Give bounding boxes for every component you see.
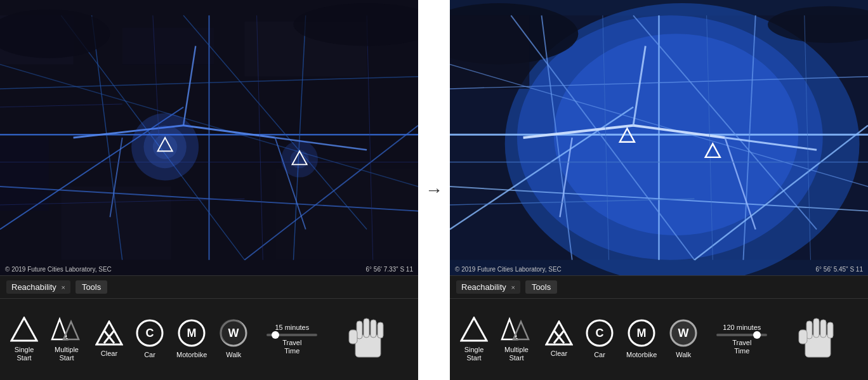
right-map-copyright: © 2019 Future Cities Laboratory, SEC [455,266,562,273]
left-multiple-start-label: MultipleStart [55,346,79,362]
svg-rect-110 [820,320,826,337]
left-panel: © 2019 Future Cities Laboratory, SEC 6° … [0,0,418,380]
left-motorbike-icon: M [178,319,206,347]
left-walk-label: Walk [226,351,241,359]
svg-text:M: M [637,327,647,339]
left-travel-time-value: 15 minutes [275,324,309,331]
right-walk-button[interactable]: W Walk [669,319,697,359]
right-travel-time-label: TravelTime [732,339,751,355]
left-clear-button[interactable]: Clear [95,320,123,358]
svg-marker-45 [96,322,122,344]
left-multiple-start-icon [51,317,82,342]
right-walk-label: Walk [676,351,691,359]
right-single-start-label: SingleStart [464,346,484,362]
svg-text:W: W [228,327,239,339]
left-single-start-label: SingleStart [15,346,34,362]
svg-rect-5 [275,168,418,260]
left-travel-time-control: 15 minutes TravelTime [266,324,317,355]
svg-rect-111 [827,322,833,338]
left-travel-time-slider[interactable] [266,334,317,336]
left-toolbar-tabs: Reachability × Tools [0,276,418,299]
right-travel-time-slider[interactable] [716,334,767,336]
left-travel-time-label: TravelTime [282,339,301,355]
right-toolbar-controls: SingleStart MultipleStart [450,299,868,380]
svg-point-34 [291,150,309,168]
left-map[interactable]: © 2019 Future Cities Laboratory, SEC 6° … [0,0,418,275]
svg-rect-112 [799,330,807,344]
right-single-start-icon [460,317,488,342]
left-map-copyright: © 2019 Future Cities Laboratory, SEC [5,266,112,273]
arrow-divider: → [418,0,450,380]
left-car-icon: C [136,319,164,347]
left-single-start-icon [10,317,38,342]
right-multiple-start-icon [501,317,532,342]
svg-rect-4 [0,138,49,211]
right-map[interactable]: © 2019 Future Cities Laboratory, SEC 6° … [450,0,868,275]
left-map-coords: 6° 56' 7.33" S 11 [365,266,413,273]
left-toolbar-controls: SingleStart MultipleStart [0,299,418,380]
right-car-label: Car [594,351,605,359]
right-multiple-start-label: MultipleStart [504,346,529,362]
left-car-label: Car [144,351,155,359]
svg-marker-98 [546,322,572,344]
left-multiple-start-button[interactable]: MultipleStart [51,317,82,362]
left-walk-icon: W [220,319,247,347]
left-hand-cursor [336,310,393,369]
right-car-button[interactable]: C Car [586,319,614,359]
right-toolbar-tabs: Reachability × Tools [450,276,868,299]
right-travel-time-control: 120 minutes TravelTime [716,324,767,355]
arrow-icon: → [425,180,443,200]
left-tab-close[interactable]: × [61,284,65,291]
svg-rect-2 [122,28,214,65]
right-panel: © 2019 Future Cities Laboratory, SEC 6° … [450,0,868,380]
left-tab-tools[interactable]: Tools [76,280,107,294]
svg-rect-6 [61,187,171,260]
svg-text:W: W [678,327,689,339]
right-car-icon: C [586,319,614,347]
left-clear-icon [95,320,123,346]
right-multiple-start-button[interactable]: MultipleStart [501,317,532,362]
right-tab-tools[interactable]: Tools [525,280,557,294]
svg-rect-109 [813,318,819,337]
right-hand-cursor [786,310,843,369]
svg-rect-57 [364,318,369,337]
svg-rect-58 [371,320,376,337]
left-tab-reachability[interactable]: Reachability × [6,280,70,294]
right-clear-label: Clear [551,350,567,358]
svg-text:C: C [596,327,604,339]
right-toolbar: Reachability × Tools SingleStart [450,275,868,380]
left-single-start-button[interactable]: SingleStart [10,317,38,362]
right-walk-icon: W [669,319,697,347]
right-clear-icon [545,320,573,346]
right-tab-reachability[interactable]: Reachability × [456,280,520,294]
right-motorbike-icon: M [628,319,655,347]
left-motorbike-button[interactable]: M Motorbike [176,319,207,359]
left-clear-label: Clear [101,350,117,358]
right-map-coords: 6° 56' 5.45" S 11 [815,266,863,273]
svg-text:C: C [146,327,154,339]
right-motorbike-label: Motorbike [626,351,657,359]
right-single-start-button[interactable]: SingleStart [460,317,488,362]
left-toolbar: Reachability × Tools SingleStart [0,275,418,380]
left-motorbike-label: Motorbike [176,351,207,359]
right-tab-close[interactable]: × [511,284,515,291]
left-walk-button[interactable]: W Walk [220,319,247,359]
right-motorbike-button[interactable]: M Motorbike [626,319,657,359]
left-car-button[interactable]: C Car [136,319,164,359]
svg-rect-67 [450,15,529,89]
right-clear-button[interactable]: Clear [545,320,573,358]
svg-text:M: M [187,327,197,339]
right-travel-time-value: 120 minutes [723,324,761,331]
svg-rect-60 [349,330,357,344]
svg-rect-59 [378,322,383,338]
